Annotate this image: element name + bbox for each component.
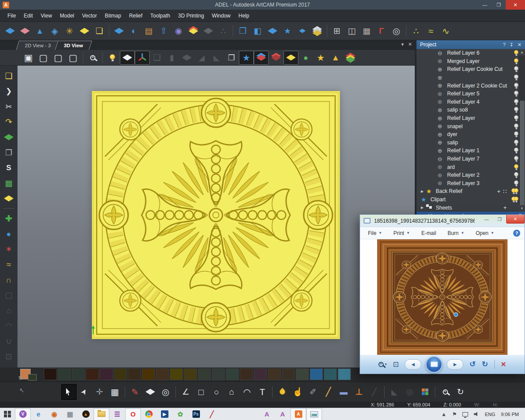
palette-swatch[interactable] (268, 368, 281, 380)
visibility-bulbs[interactable] (509, 82, 519, 89)
tree-row-relief-layer-3[interactable]: ⊕Relief Layer 3 (416, 179, 519, 188)
menu-bitmap[interactable]: Bitmap (101, 10, 125, 22)
visibility-bulbs[interactable] (509, 106, 519, 113)
texture-grid[interactable]: ▦ (1, 175, 16, 191)
small-plane[interactable] (295, 24, 310, 38)
tree-row-extras[interactable]: + (503, 204, 507, 211)
menu-file[interactable]: File (4, 10, 20, 22)
taskbar-green-app[interactable]: ✿ (172, 408, 188, 420)
draw-zero-plane[interactable] (120, 51, 135, 65)
light-material[interactable]: Γ (374, 24, 389, 38)
visibility-bulbs[interactable] (509, 74, 519, 81)
bulb-icon[interactable] (514, 99, 518, 105)
tree-row-snapel[interactable]: ⊕snapel (416, 122, 519, 130)
tree-row-relief-layer-7[interactable]: ⊖Relief Layer 7 (416, 155, 519, 163)
chisel-tool[interactable]: ╱ (321, 384, 336, 400)
zoom-rect-tool[interactable] (438, 384, 453, 400)
show-relief-layers[interactable] (254, 51, 269, 65)
cut-vectors[interactable]: ✂ (1, 99, 16, 114)
palette-swatch[interactable] (254, 368, 267, 380)
menu-relief[interactable]: Relief (125, 10, 147, 22)
visibility-bulbs[interactable] (509, 172, 519, 178)
new-model[interactable] (3, 24, 18, 38)
flatten-relief[interactable] (265, 24, 280, 38)
visibility-bulbs[interactable] (509, 139, 519, 146)
palette-swatch[interactable] (212, 368, 225, 380)
taskbar-photo-viewer[interactable] (306, 408, 322, 420)
tree-row-relief-layer-cookie-cut[interactable]: ⊕Relief Layer Cookie Cut (416, 65, 519, 74)
panel-help-icon[interactable]: ? (503, 42, 505, 48)
pv-menu-e-mail[interactable]: E-mail (421, 230, 436, 236)
bulb-icon[interactable] (514, 91, 518, 97)
tree-row-relief-layer-5[interactable]: ⊕Relief Layer 5 (416, 90, 519, 98)
draw-origin-axes[interactable] (135, 51, 150, 65)
toggle-light[interactable] (105, 51, 120, 65)
visibility-bulbs[interactable] (509, 180, 519, 187)
bulb-icon[interactable] (514, 172, 518, 178)
taskbar-blue-app[interactable]: ▶ (157, 408, 172, 420)
pv-menu-print[interactable]: Print▼ (393, 230, 410, 236)
visibility-bulbs[interactable] (509, 188, 519, 195)
visibility-bulbs[interactable] (509, 131, 519, 138)
face-wizard[interactable] (77, 24, 92, 38)
palette-swatch[interactable] (296, 368, 309, 380)
taskbar-chrome[interactable] (141, 408, 157, 420)
flat-plane[interactable] (179, 51, 194, 65)
view-side[interactable]: ▢ (51, 51, 66, 65)
taskbar-explorer[interactable] (94, 408, 109, 420)
project-tree-scrollbar[interactable]: ▲ ▼ (519, 49, 525, 212)
menu-vector[interactable]: Vector (78, 10, 101, 22)
wrap-relief[interactable]: ◧ (250, 24, 265, 38)
panel-pin-icon[interactable]: ↧ (510, 42, 514, 48)
tree-row[interactable]: ⊕ (416, 74, 519, 82)
export-colors[interactable] (417, 384, 433, 400)
visibility-bulbs[interactable] (509, 164, 519, 171)
palette-swatch[interactable] (324, 368, 337, 380)
tree-row-back-relief[interactable]: ▶★Back Relief+∷ (416, 187, 519, 196)
node-graph[interactable]: ∿ (438, 24, 453, 38)
relief-layer-stack[interactable] (310, 24, 325, 38)
clipart-library[interactable]: ❏ (1, 68, 16, 84)
bulb-icon[interactable] (514, 140, 518, 145)
star-relief[interactable]: ★ (280, 24, 295, 38)
knife-tool[interactable]: ╱ (367, 384, 382, 400)
flood-fill-tool[interactable]: ◣ (387, 384, 402, 400)
palette-swatch[interactable] (338, 368, 351, 380)
extrude-domes[interactable]: ∩ (1, 272, 16, 287)
tree-row-merged-layer[interactable]: ⊕Merged Layer (416, 57, 519, 66)
photo-viewer-titlebar[interactable]: 18516398_1991483271138143_675639786... —… (360, 215, 525, 227)
bulb-icon[interactable] (514, 132, 518, 137)
measure-3d[interactable]: ◎ (389, 24, 404, 38)
polyline-tool[interactable]: ∠ (178, 384, 193, 400)
bulb-icon[interactable] (514, 197, 518, 203)
bulb-icon[interactable] (514, 148, 518, 154)
visibility-bulbs[interactable] (509, 90, 519, 97)
photo-viewer-window[interactable]: 18516398_1991483271138143_675639786... —… (360, 214, 525, 374)
open-model[interactable] (18, 24, 32, 38)
tree-expand-icon[interactable]: ▶ (421, 206, 426, 210)
tile-windows[interactable]: ▦ (359, 24, 374, 38)
texture-relief[interactable]: ▤ (141, 24, 156, 38)
ghost-relief[interactable] (201, 24, 216, 38)
clipart-pages[interactable]: ❐ (1, 145, 16, 160)
corner-arrows-icon[interactable]: ↖ (19, 387, 24, 394)
start-button[interactable] (0, 408, 15, 420)
palette-swatch[interactable] (310, 368, 323, 380)
tree-row-ard[interactable]: ⊕ard (416, 163, 519, 171)
show-composite-relief[interactable] (284, 51, 298, 65)
viewport-3d[interactable] (18, 66, 415, 368)
tree-row-relief-layer-2-cookie-cut[interactable]: ⊕Relief Layer 2 Cookie Cut (416, 81, 519, 90)
pv-fit-button[interactable]: ⊡ (393, 360, 399, 368)
find-vectors[interactable]: ★ (313, 51, 328, 65)
palette-swatch[interactable] (114, 368, 127, 380)
polygon-shape[interactable]: ⌂ (1, 303, 16, 318)
toolpath-clone[interactable]: ❐ (224, 51, 239, 65)
pv-delete-button[interactable]: ✕ (501, 360, 507, 368)
tray-speaker-icon[interactable] (474, 412, 479, 416)
show-vectors[interactable]: ★ (239, 51, 254, 65)
bulb-icon[interactable] (514, 66, 518, 72)
menu-window[interactable]: Window (208, 10, 234, 22)
tray-network-icon[interactable] (462, 412, 468, 416)
pv-menu-burn[interactable]: Burn▼ (448, 230, 464, 236)
face-relief[interactable]: ◉ (171, 24, 186, 38)
